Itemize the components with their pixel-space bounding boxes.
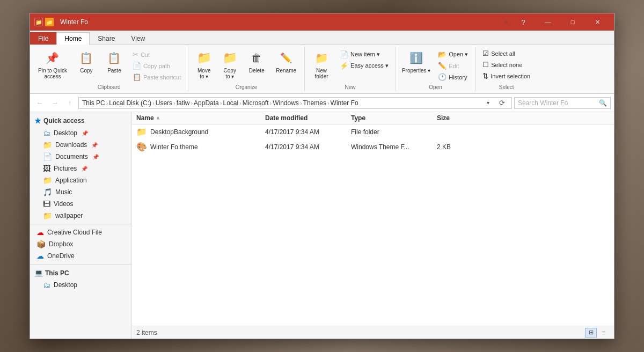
path-appdata[interactable]: AppData xyxy=(194,99,219,107)
easy-access-button[interactable]: ⚡ Easy access ▾ xyxy=(336,60,392,71)
path-microsoft[interactable]: Microsoft xyxy=(243,99,269,107)
invert-selection-label: Invert selection xyxy=(491,73,530,79)
tab-home[interactable]: Home xyxy=(56,32,90,45)
delete-button[interactable]: 🗑 Delete xyxy=(243,47,270,76)
sidebar-divider-1 xyxy=(30,224,131,224)
copy-label: Copy xyxy=(80,68,92,74)
select-none-button[interactable]: ☐ Select none xyxy=(479,59,534,70)
tab-file[interactable]: File xyxy=(30,32,56,45)
theme-icon-winter-fo: 🎨 xyxy=(136,142,147,152)
new-folder-button[interactable]: 📁 Newfolder xyxy=(308,47,335,82)
col-type-header[interactable]: Type xyxy=(351,114,437,122)
path-themes[interactable]: Themes xyxy=(303,99,326,107)
sidebar-item-this-pc-desktop[interactable]: 🗂 Desktop xyxy=(30,279,131,291)
path-winter-fo[interactable]: Winter Fo xyxy=(331,99,358,107)
cut-button[interactable]: ✂ Cut xyxy=(129,49,185,60)
sidebar-item-dropbox[interactable]: 📦 Dropbox xyxy=(30,238,131,250)
col-date-header[interactable]: Date modified xyxy=(265,114,351,122)
edit-label: Edit xyxy=(449,63,459,69)
copy-path-button[interactable]: 📄 Copy path xyxy=(129,60,185,71)
path-local[interactable]: Local xyxy=(223,99,238,107)
folder-icon-desktop-bg: 📁 xyxy=(136,127,147,137)
forward-button[interactable]: → xyxy=(48,97,61,109)
sidebar-label-desktop: Desktop xyxy=(54,129,77,137)
select-all-button[interactable]: ☑ Select all xyxy=(479,48,534,59)
edit-button[interactable]: ✏️ Edit xyxy=(434,60,472,71)
sidebar-label-dropbox: Dropbox xyxy=(49,240,73,248)
pin-to-quick-access-button[interactable]: 📌 Pin to Quickaccess xyxy=(33,47,72,82)
paste-button[interactable]: 📋 Paste xyxy=(101,47,128,76)
address-path[interactable]: This PC › Local Disk (C:) › Users › fati… xyxy=(78,97,512,109)
sidebar-item-desktop[interactable]: 🗂 Desktop 📌 xyxy=(30,127,131,139)
path-fatiw[interactable]: fatiw xyxy=(177,99,190,107)
address-bar: ← → ↑ This PC › Local Disk (C:) › Users … xyxy=(30,94,614,112)
folder-icon-videos: 🎞 xyxy=(43,200,50,208)
sidebar-item-downloads[interactable]: 📁 Downloads 📌 xyxy=(30,139,131,151)
sidebar-item-music[interactable]: 🎵 Music xyxy=(30,186,131,198)
help-button[interactable]: ? xyxy=(511,13,536,31)
tab-share[interactable]: Share xyxy=(90,32,123,45)
table-row[interactable]: 📁 DesktopBackground 4/17/2017 9:34 AM Fi… xyxy=(132,124,614,140)
path-windows[interactable]: Windows xyxy=(273,99,299,107)
path-users[interactable]: Users xyxy=(156,99,172,107)
file-explorer-window: 📁 📁 Winter Fo ∧ ? — □ ✕ File Home Share … xyxy=(30,13,614,339)
sidebar-item-pictures[interactable]: 🖼 Pictures 📌 xyxy=(30,163,131,174)
sidebar-item-creative-cloud[interactable]: ☁ Creative Cloud File xyxy=(30,226,131,238)
tab-view[interactable]: View xyxy=(123,32,153,45)
sidebar-item-application[interactable]: 📁 Application xyxy=(30,174,131,186)
pin-label: Pin to Quickaccess xyxy=(38,68,67,79)
star-icon: ★ xyxy=(34,116,41,125)
back-button[interactable]: ← xyxy=(33,97,46,109)
folder-icon-pictures: 🖼 xyxy=(43,164,50,173)
refresh-button[interactable]: ⟳ xyxy=(495,97,508,109)
path-local-disk[interactable]: Local Disk (C:) xyxy=(109,99,151,107)
paste-icon: 📋 xyxy=(106,49,123,67)
paste-shortcut-button[interactable]: 📋 Paste shortcut xyxy=(129,71,185,83)
path-this-pc[interactable]: This PC xyxy=(82,99,105,107)
table-row[interactable]: 🎨 Winter Fo.theme 4/17/2017 9:34 AM Wind… xyxy=(132,140,614,155)
pin-icon-downloads: 📌 xyxy=(91,142,98,148)
path-sep-4: › xyxy=(191,100,193,106)
sidebar-label-creative-cloud: Creative Cloud File xyxy=(47,229,102,236)
ribbon-up-btn[interactable]: ∧ xyxy=(501,17,511,27)
col-size-header[interactable]: Size xyxy=(437,114,480,122)
history-button[interactable]: 🕐 History xyxy=(434,71,472,83)
up-button[interactable]: ↑ xyxy=(63,97,76,109)
details-view-button[interactable]: ⊞ xyxy=(585,328,597,338)
search-icon[interactable]: 🔍 xyxy=(599,99,607,107)
search-box[interactable]: Search Winter Fo 🔍 xyxy=(514,97,611,109)
new-item-button[interactable]: 📄 New item ▾ xyxy=(336,49,392,60)
copy-to-button[interactable]: 📁 Copyto ▾ xyxy=(217,47,242,82)
sidebar-item-wallpaper[interactable]: 📁 wallpaper xyxy=(30,210,131,222)
ribbon-collapse-area[interactable]: ∧ xyxy=(501,17,511,27)
maximize-button[interactable]: □ xyxy=(560,13,585,31)
rename-button[interactable]: ✏️ Rename xyxy=(271,47,301,76)
move-to-button[interactable]: 📁 Moveto ▾ xyxy=(192,47,216,82)
close-button[interactable]: ✕ xyxy=(585,13,610,31)
history-label: History xyxy=(449,74,467,80)
folder-icon-music: 🎵 xyxy=(43,188,52,196)
new-folder-label: Newfolder xyxy=(315,68,328,79)
this-pc-label: This PC xyxy=(45,269,69,277)
quick-access-header[interactable]: ★ Quick access xyxy=(30,114,131,127)
window-title: Winter Fo xyxy=(60,18,501,26)
open-button[interactable]: 📂 Open ▾ xyxy=(434,49,472,60)
sidebar-item-onedrive[interactable]: ☁ OneDrive xyxy=(30,250,131,262)
properties-label: Properties ▾ xyxy=(402,68,430,74)
clipboard-content: 📌 Pin to Quickaccess 📋 Copy 📋 Paste ✂ Cu… xyxy=(33,47,185,83)
select-content: ☑ Select all ☐ Select none ⇅ Invert sele… xyxy=(479,47,534,83)
edit-icon: ✏️ xyxy=(438,62,447,70)
ribbon-tabs: File Home Share View xyxy=(30,31,614,45)
properties-button[interactable]: ℹ️ Properties ▾ xyxy=(399,47,433,76)
invert-selection-button[interactable]: ⇅ Invert selection xyxy=(479,70,534,82)
sidebar-item-videos[interactable]: 🎞 Videos xyxy=(30,198,131,210)
col-name-header[interactable]: Name ∧ xyxy=(136,114,265,122)
path-dropdown-button[interactable]: ▾ xyxy=(481,97,494,109)
list-view-button[interactable]: ≡ xyxy=(598,328,610,338)
sidebar-item-documents[interactable]: 📄 Documents 📌 xyxy=(30,151,131,163)
minimize-button[interactable]: — xyxy=(536,13,560,31)
folder-icon-wallpaper: 📁 xyxy=(43,211,52,220)
file-date-desktop-bg: 4/17/2017 9:34 AM xyxy=(265,128,351,136)
this-pc-header[interactable]: 💻 This PC xyxy=(30,267,131,279)
copy-button[interactable]: 📋 Copy xyxy=(73,47,100,76)
